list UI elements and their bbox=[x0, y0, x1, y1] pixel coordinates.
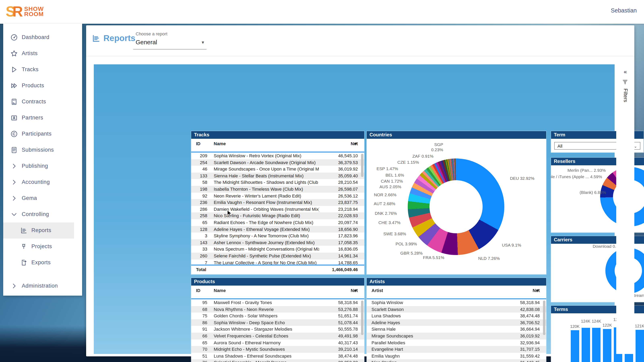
sort-desc-icon[interactable]: ▼ bbox=[354, 141, 358, 146]
table-row[interactable]: 91Jackson Whitmore - Stargazer Melodies5… bbox=[191, 326, 364, 333]
table-row[interactable]: Sienna Hale36,664.94 bbox=[367, 326, 546, 333]
table-row[interactable]: 86Sophia Winslow - Deep Space Echo51,078… bbox=[191, 319, 364, 326]
top-header-bar: SR SHOWROOM Sebastian bbox=[0, 0, 644, 24]
sidebar-item-label: Products bbox=[22, 82, 44, 88]
sidebar-item-submissions[interactable]: Submissions bbox=[3, 142, 82, 158]
table-row[interactable]: 198Isabella Thornton - Timeless Wave (Cl… bbox=[191, 186, 364, 192]
tracks-panel-title: Tracks bbox=[191, 131, 364, 139]
table-row[interactable]: 46Mirage Soundscapes - Once Upon a Time … bbox=[191, 166, 364, 172]
table-row[interactable]: 70Midnight Echo - Mystic Soundwaves39,21… bbox=[191, 346, 364, 353]
filter-funnel-icon[interactable] bbox=[622, 79, 628, 85]
table-row[interactable]: Scarlett Dawson42,838.08 bbox=[367, 306, 546, 313]
sidebar-item-administration[interactable]: Administration bbox=[3, 278, 82, 294]
title-divider bbox=[86, 56, 634, 56]
table-row[interactable]: Emilia Vaughn31,559.42 bbox=[367, 353, 546, 360]
collapse-filters-button[interactable]: « bbox=[616, 68, 634, 75]
chevron-right-icon bbox=[10, 179, 18, 186]
sidebar-item-reports[interactable]: Reports bbox=[3, 222, 74, 239]
pin-icon bbox=[20, 243, 27, 250]
play-icon bbox=[10, 66, 18, 73]
table-row[interactable]: 95Maxwell Frost - Gravity Tones58,318.94 bbox=[191, 299, 364, 306]
col-name[interactable]: Name bbox=[214, 141, 226, 146]
table-row[interactable]: 65Radiant Echoes - The Edge of Nowhere (… bbox=[191, 219, 364, 226]
donut-hole bbox=[430, 180, 482, 233]
table-row[interactable]: 92Neon Reverie - Winter's Lament (Radio … bbox=[191, 192, 364, 199]
table-row[interactable]: 33Nova Spectrum - Midnight Conversations… bbox=[191, 246, 364, 253]
products-table-header[interactable]: ID Name Net ▼ bbox=[191, 286, 364, 299]
sidebar-item-exports[interactable]: Exports bbox=[3, 255, 82, 271]
table-row[interactable]: 236Emilia Vaughn - Resonant Flow (Instru… bbox=[191, 199, 364, 206]
countries-panel-title: Countries bbox=[367, 131, 546, 139]
table-row[interactable]: Mirage Soundscapes36,019.92 bbox=[367, 333, 546, 339]
table-row[interactable]: Adeline Hayes36,706.52 bbox=[367, 319, 546, 326]
sidebar-item-dashboard[interactable]: Dashboard bbox=[3, 29, 82, 45]
col-name[interactable]: Name bbox=[214, 288, 226, 293]
countries-donut[interactable] bbox=[408, 158, 504, 255]
table-row[interactable]: 254Scarlett Dawson - Arcade Soundwave (O… bbox=[191, 159, 364, 166]
table-row[interactable]: 58The Midnight Silhouettes - Shadows and… bbox=[191, 179, 364, 186]
bar-2025 01[interactable] bbox=[571, 330, 579, 362]
donut-label: AUS 2.05% bbox=[379, 184, 401, 189]
table-row[interactable]: Parallel Melodies32,936.94 bbox=[367, 339, 546, 346]
user-menu[interactable]: Sebastian bbox=[611, 7, 637, 14]
sidebar-item-gema[interactable]: Gema bbox=[3, 190, 82, 206]
bar-2025 03[interactable] bbox=[592, 328, 601, 362]
sort-desc-icon[interactable]: ▼ bbox=[535, 288, 540, 293]
table-row[interactable]: 65Aurora Sound - Ethereal Harmony40,317.… bbox=[191, 339, 364, 346]
report-chooser-select[interactable]: General ▼ bbox=[136, 39, 206, 49]
col-artist[interactable]: Artist bbox=[372, 288, 383, 293]
sidebar-item-label: Publishing bbox=[22, 163, 48, 169]
table-row[interactable]: 128Adeline Hayes - Ethereal Voyage (Exte… bbox=[191, 226, 364, 233]
table-row[interactable]: 51Luna Shadows - Ethereal Soundscapes38,… bbox=[191, 353, 364, 360]
artists-table-header[interactable]: Artist Net ▼ bbox=[367, 286, 546, 299]
tracks-table-header[interactable]: ID Name Net ▼ bbox=[191, 139, 364, 152]
scrollbar-thumb[interactable] bbox=[543, 301, 546, 335]
table-row[interactable]: 66Velvet Frequencies - Celestial Echoes4… bbox=[191, 333, 364, 339]
table-row[interactable]: 260Selene Fairchild - Synthetic Pulse (E… bbox=[191, 253, 364, 259]
table-row[interactable]: 75Golden Chords - Solar Whispers51,651.7… bbox=[191, 313, 364, 319]
donut-label: POL 3.99% bbox=[396, 241, 417, 246]
sidebar-item-label: Dashboard bbox=[22, 34, 50, 40]
table-row[interactable]: 76Celestial Ensemble - Moonlit Dreams38,… bbox=[191, 360, 364, 362]
sidebar-item-label: Participants bbox=[22, 131, 52, 137]
table-row[interactable]: 286Damien Wakefield - Orbiting Waves (In… bbox=[191, 206, 364, 213]
products-panel: Products ID Name Net ▼ 95Maxwell Frost -… bbox=[191, 278, 364, 362]
sidebar-item-controlling[interactable]: Controlling bbox=[3, 206, 82, 222]
table-row[interactable]: 133Sienna Hale - Stellar Beats (Instrume… bbox=[191, 173, 364, 179]
report-chooser-label: Choose a report bbox=[136, 31, 168, 36]
bar-chart-icon bbox=[92, 34, 100, 42]
donut-label: DEU 32.92% bbox=[510, 176, 534, 181]
countries-donut-chart[interactable]: DEU 32.92%USA 9.1%NLD 7.26%FRA 5.51%GBR … bbox=[367, 139, 546, 274]
table-row[interactable]: Luna Shadows38,474.48 bbox=[367, 313, 546, 319]
sidebar-item-participants[interactable]: Participants bbox=[3, 126, 82, 142]
sidebar-item-accounting[interactable]: Accounting bbox=[3, 174, 82, 190]
bar-2025 07[interactable] bbox=[635, 330, 644, 362]
sidebar-item-contracts[interactable]: Contracts bbox=[3, 94, 82, 110]
col-id[interactable]: ID bbox=[196, 288, 200, 293]
sidebar-item-artists[interactable]: Artists bbox=[3, 45, 82, 61]
table-row[interactable]: 143Asher Lennox - Synthwave Journey (Ext… bbox=[191, 239, 364, 246]
bar-2025 04[interactable] bbox=[603, 329, 612, 362]
table-row[interactable]: Nico Sterling31,443.45 bbox=[367, 360, 546, 362]
scrollbar-thumb[interactable] bbox=[361, 301, 364, 335]
sidebar-item-projects[interactable]: Projects bbox=[3, 239, 82, 255]
table-row[interactable]: 3Skyline Symphony - A New Tomorrow (Club… bbox=[191, 233, 364, 239]
sidebar-item-products[interactable]: Products bbox=[3, 78, 82, 94]
scrollbar-thumb[interactable] bbox=[361, 154, 364, 177]
star-icon bbox=[10, 50, 18, 57]
table-row[interactable]: 258Nico Sterling - Futuristic Mirage (Ra… bbox=[191, 213, 364, 219]
showroom-logo[interactable]: SR SHOWROOM bbox=[6, 3, 44, 20]
table-row[interactable]: 209Sophia Winslow - Retro Vortex (Origin… bbox=[191, 152, 364, 159]
table-row[interactable]: Sophia Winslow58,318.94 bbox=[367, 299, 546, 306]
sidebar-item-publishing[interactable]: Publishing bbox=[3, 158, 82, 174]
filters-rail-label[interactable]: Filters bbox=[616, 88, 634, 113]
term-select-value: All bbox=[558, 144, 562, 148]
bar-2025 02[interactable] bbox=[582, 328, 590, 362]
sidebar-item-tracks[interactable]: Tracks bbox=[3, 61, 82, 78]
sort-desc-icon[interactable]: ▼ bbox=[354, 288, 358, 293]
table-row[interactable]: Evangeline Hart31,707.15 bbox=[367, 346, 546, 353]
artists-table-body: Sophia Winslow58,318.94Scarlett Dawson42… bbox=[367, 299, 546, 362]
col-id[interactable]: ID bbox=[196, 141, 200, 146]
table-row[interactable]: 68Nova Rhythms - Neon Reverie53,276.88 bbox=[191, 306, 364, 313]
sidebar-item-partners[interactable]: Partners bbox=[3, 110, 82, 126]
